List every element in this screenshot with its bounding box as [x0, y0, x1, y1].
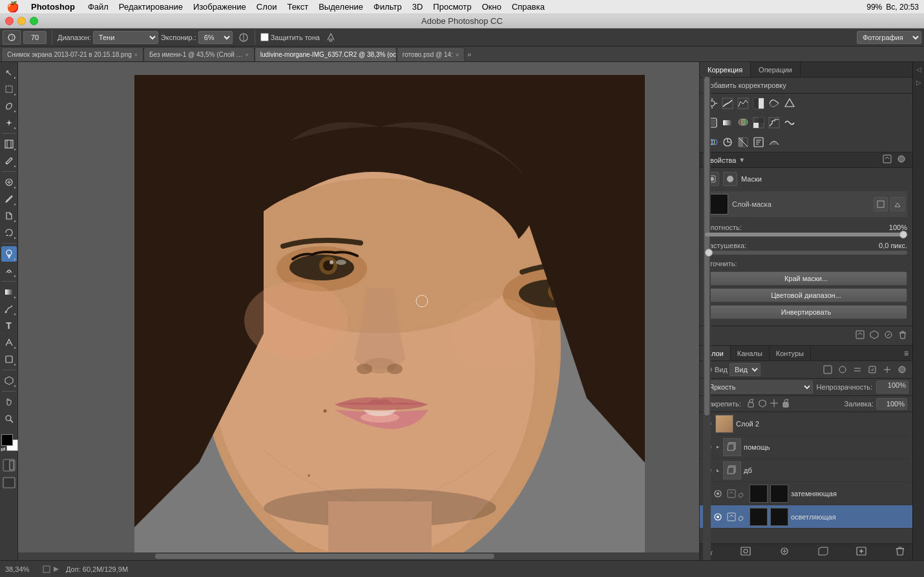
protect-tone-checkbox[interactable]	[260, 33, 269, 41]
eyedropper-btn[interactable]: ▸	[1, 153, 17, 169]
canvas-area[interactable]	[18, 62, 699, 560]
tab-gotovo-close[interactable]: ×	[456, 52, 459, 58]
threshold-corr-icon[interactable]	[751, 116, 766, 130]
tab-untitled[interactable]: Без имени-1 @ 43,5% (Слой … ×	[143, 47, 255, 61]
tabs-overflow-arrow[interactable]: »	[465, 50, 474, 58]
posterize-corr-icon[interactable]	[767, 116, 781, 130]
menu-layers[interactable]: Слои	[251, 2, 282, 12]
scrollbar-v-thumb[interactable]	[704, 77, 709, 415]
menu-filter[interactable]: Фильтр	[368, 2, 407, 12]
menu-help[interactable]: Справка	[507, 2, 550, 12]
tab-untitled-close[interactable]: ×	[246, 52, 249, 58]
layer-mask-btn[interactable]	[739, 547, 753, 558]
menu-view[interactable]: Просмотр	[428, 2, 476, 12]
layer-row-db[interactable]: дб	[700, 459, 912, 482]
invert-corr-icon[interactable]	[736, 135, 750, 149]
bw-corr-icon[interactable]	[751, 96, 766, 110]
density-track[interactable]	[705, 233, 907, 236]
lock-image-icon[interactable]	[758, 399, 767, 410]
layer-row-pomosh[interactable]: помощь	[700, 435, 912, 459]
maximize-button[interactable]	[30, 17, 38, 25]
vibrance-corr-icon[interactable]	[782, 116, 797, 130]
sloy-maska-btn-2[interactable]	[890, 197, 905, 211]
menu-window[interactable]: Окно	[477, 2, 507, 12]
tab-screenshot[interactable]: Снимок экрана 2013-07-21 в 20.15.18.png …	[1, 47, 143, 61]
tab-screenshot-close[interactable]: ×	[134, 52, 138, 58]
path-selection-btn[interactable]: ▸	[1, 335, 17, 350]
layer-toolbar-icon-4[interactable]	[866, 363, 879, 376]
vector-mask-btn[interactable]	[723, 172, 737, 186]
tab-operations[interactable]: Операции	[751, 62, 800, 77]
colorlookup-corr-icon[interactable]	[751, 135, 766, 149]
layer-row-sloy2[interactable]: Слой 2	[700, 412, 912, 435]
blend-mode-select[interactable]: Яркость Нормальный Умножение Экран Перек…	[704, 381, 813, 393]
shadowshigh-corr-icon[interactable]	[767, 135, 781, 149]
icon-strip-1[interactable]: ◁	[914, 65, 923, 74]
tab-gotovo[interactable]: готово.psd @ 14: ×	[397, 47, 465, 61]
invert-btn[interactable]: Инвертировать	[705, 305, 907, 319]
move-tool-btn[interactable]: ↖▸	[1, 65, 17, 80]
layer-toolbar-icon-1[interactable]	[821, 363, 834, 376]
layer-toolbar-icon-3[interactable]	[851, 363, 864, 376]
preset-select[interactable]: Фотография	[857, 31, 921, 44]
scrollbar-h-thumb[interactable]	[155, 554, 494, 559]
tab-correction[interactable]: Коррекция	[700, 62, 751, 77]
properties-collapse[interactable]: ▼	[739, 156, 745, 163]
curves-corr-icon[interactable]	[720, 96, 735, 110]
layer-row-osvet[interactable]: осветляющая	[700, 505, 912, 529]
crop-tool-btn[interactable]: ▸	[1, 136, 17, 152]
range-select[interactable]: Тени Средние тона Света	[93, 31, 158, 44]
layer-toolbar-icon-2[interactable]	[836, 363, 849, 376]
dodge-tool-btn[interactable]: ▸	[1, 246, 17, 262]
colorbalance-corr-icon[interactable]	[782, 96, 797, 110]
layer-group-btn[interactable]	[816, 547, 830, 558]
menu-file[interactable]: Файл	[83, 2, 114, 12]
levels-corr-icon[interactable]	[736, 96, 750, 110]
exposure-corr-icon[interactable]	[720, 135, 735, 149]
minimize-button[interactable]	[17, 17, 26, 25]
layers-tab-paths[interactable]: Контуры	[770, 346, 811, 361]
layer-vis-osvet[interactable]	[713, 512, 723, 521]
menu-image[interactable]: Изображение	[188, 2, 251, 12]
props-icon-2[interactable]	[896, 153, 907, 167]
healing-btn[interactable]: ▸	[1, 174, 17, 190]
lock-all-icon[interactable]	[781, 399, 790, 410]
group-arrow-pomosh[interactable]	[715, 445, 720, 450]
layer-filter-select[interactable]: Вид	[730, 363, 761, 376]
layer-adjustment-btn[interactable]	[777, 547, 792, 558]
tab-main[interactable]: ludivine-morgane-IMG_6357.CR2 @ 38,3% (о…	[255, 47, 397, 61]
props-bottom-icon-1[interactable]	[854, 329, 866, 342]
layers-tab-channels[interactable]: Каналы	[731, 346, 770, 361]
sloy-maska-btn-1[interactable]	[874, 197, 888, 211]
fill-value[interactable]: 100%	[876, 398, 907, 410]
foreground-color[interactable]	[1, 434, 13, 446]
blur-btn[interactable]: ▸	[1, 263, 17, 278]
layers-panel-menu[interactable]: ≡	[903, 348, 910, 359]
lasso-tool-btn[interactable]: ▸	[1, 98, 17, 114]
props-icon-1[interactable]	[881, 153, 893, 167]
quick-mask-btn[interactable]	[3, 459, 16, 473]
close-button[interactable]	[5, 17, 14, 25]
props-bottom-icon-3[interactable]	[883, 329, 894, 342]
selectivecolor-corr-icon[interactable]	[736, 116, 750, 130]
magic-wand-btn[interactable]: ▸	[1, 115, 17, 131]
brush-size-value[interactable]: 70	[23, 31, 47, 44]
canvas-scrollbar-horizontal[interactable]	[18, 552, 699, 560]
opacity-value[interactable]: 100%	[876, 381, 908, 393]
screen-mode-btn[interactable]	[3, 477, 16, 490]
props-bottom-icon-2[interactable]	[868, 329, 880, 342]
3d-btn[interactable]: ▸	[1, 373, 17, 388]
brush-btn[interactable]: ▸	[1, 191, 17, 207]
gradient-btn[interactable]: ▸	[1, 284, 17, 300]
layer-toolbar-icon-5[interactable]	[881, 363, 894, 376]
exposure-select[interactable]: 6% 10% 20%	[198, 31, 233, 44]
canvas-scrollbar-vertical[interactable]	[703, 76, 711, 560]
layer-vis-zatemn[interactable]	[713, 489, 723, 498]
app-name[interactable]: Photoshop	[26, 2, 80, 12]
shape-tool-btn[interactable]: ▸	[1, 351, 17, 367]
clone-stamp-btn[interactable]: ▸	[1, 208, 17, 224]
play-icon[interactable]	[52, 565, 61, 574]
menu-text[interactable]: Текст	[282, 2, 313, 12]
hand-tool-btn[interactable]	[1, 394, 17, 410]
apple-menu[interactable]: 🍎	[0, 1, 26, 13]
